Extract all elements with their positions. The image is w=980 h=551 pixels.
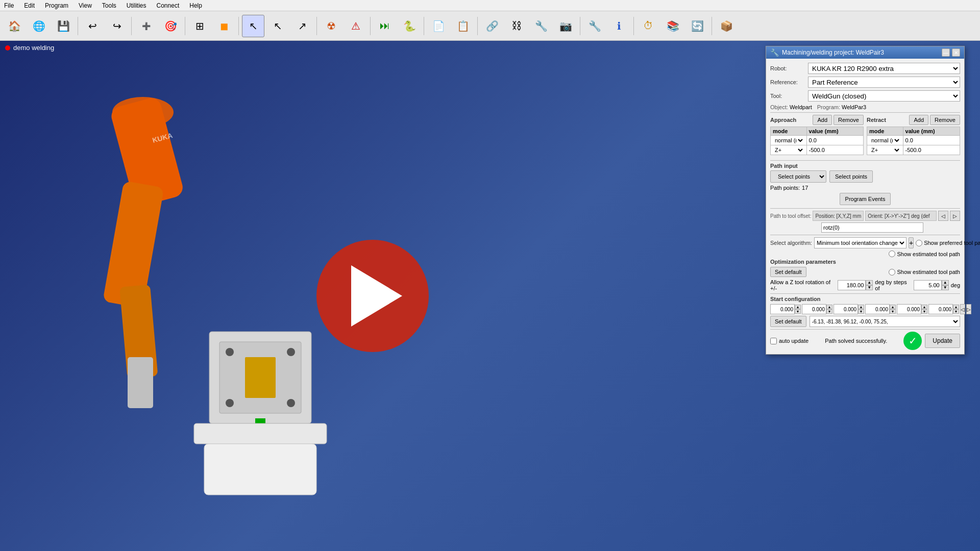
retract-mode-2[interactable]: Z+	[869, 146, 901, 154]
config-copy-1[interactable]: ◁	[960, 304, 965, 314]
presets-select[interactable]: -6.13, -81.38, 96.12, -0.00, 75.25,	[810, 316, 960, 327]
redo-button[interactable]: ↪	[106, 15, 128, 37]
select-button[interactable]: ↖	[242, 15, 264, 37]
auto-update-label[interactable]: auto update	[770, 338, 808, 344]
auto-update-checkbox[interactable]	[770, 338, 777, 344]
layers-button[interactable]: 📚	[662, 15, 684, 37]
menu-help[interactable]: Help	[187, 1, 204, 10]
config-copy-2[interactable]: ▷	[966, 304, 971, 314]
home-button[interactable]: 🏠	[3, 15, 26, 37]
config-input-2[interactable]	[802, 304, 826, 314]
retract-mode-1[interactable]: normal (n+)	[869, 137, 901, 144]
show-preferred-radio[interactable]	[916, 240, 922, 246]
show-estimated-label[interactable]: Show estimated tool path	[889, 251, 960, 257]
config-1-down[interactable]: ▼	[795, 309, 801, 314]
algorithm-select[interactable]: Minimum tool orientation change	[814, 237, 906, 248]
approach-value-2[interactable]	[809, 147, 861, 153]
steps-up[interactable]: ▲	[942, 280, 949, 285]
config-input-4[interactable]	[865, 304, 890, 314]
copy-button-1[interactable]: ◁	[938, 211, 948, 221]
config-input-6[interactable]	[928, 304, 953, 314]
config-2-down[interactable]: ▼	[826, 309, 832, 314]
link2-button[interactable]: ⛓	[505, 15, 528, 37]
show-preferred-label[interactable]: Show preferred tool path	[916, 240, 980, 246]
start-config-default-button[interactable]: Set default	[770, 316, 806, 327]
select-points-button[interactable]: Select points	[829, 170, 873, 183]
robot-select[interactable]: KUKA KR 120 R2900 extra	[808, 63, 960, 74]
menu-edit[interactable]: Edit	[22, 1, 37, 10]
approach-value-1[interactable]	[809, 137, 861, 143]
minimize-button[interactable]: —	[942, 48, 950, 57]
doc-button[interactable]: 📋	[452, 15, 474, 37]
approach-mode-2[interactable]: Z+	[773, 146, 804, 154]
package-button[interactable]: 📦	[715, 15, 738, 37]
retract-value-2[interactable]	[905, 147, 958, 153]
menu-connect[interactable]: Connect	[155, 1, 182, 10]
python-button[interactable]: 🐍	[398, 15, 421, 37]
steps-input[interactable]	[914, 280, 942, 290]
config-input-1[interactable]	[770, 304, 795, 314]
refresh-button[interactable]: 🔄	[686, 15, 708, 37]
copy-button-2[interactable]: ▷	[950, 211, 960, 221]
show-estimated-2-radio[interactable]	[889, 269, 895, 276]
tool-select[interactable]: WeldGun (closed)	[808, 90, 960, 102]
skip-button[interactable]: ⏭	[374, 15, 396, 37]
target-button[interactable]: 🎯	[159, 15, 182, 37]
config-6-up[interactable]: ▲	[953, 305, 959, 309]
close-button[interactable]: ✕	[952, 48, 960, 57]
formula-input[interactable]	[821, 222, 923, 233]
config-3-down[interactable]: ▼	[858, 309, 864, 314]
menu-tools[interactable]: Tools	[100, 1, 118, 10]
menu-view[interactable]: View	[77, 1, 94, 10]
update-button[interactable]: Update	[925, 334, 960, 348]
select-points-dropdown[interactable]: Select points	[770, 170, 826, 183]
show-estimated-2-label[interactable]: Show estimated tool path	[889, 269, 960, 276]
menu-file[interactable]: File	[2, 1, 16, 10]
opt-set-default-button[interactable]: Set default	[770, 267, 806, 277]
3d-view-button[interactable]: ◼	[213, 15, 235, 37]
save-button[interactable]: 💾	[52, 15, 75, 37]
camera-button[interactable]: 📷	[554, 15, 577, 37]
config-input-3[interactable]	[834, 304, 858, 314]
steps-down[interactable]: ▼	[942, 285, 949, 290]
globe-button[interactable]: 🌐	[28, 15, 50, 37]
add-target-button[interactable]: ➕	[135, 15, 157, 37]
config-1-up[interactable]: ▲	[795, 305, 801, 309]
config-5-down[interactable]: ▼	[921, 309, 927, 314]
show-estimated-radio[interactable]	[889, 251, 895, 257]
radiation-button[interactable]: ☢	[320, 15, 342, 37]
approach-remove-button[interactable]: Remove	[834, 115, 864, 125]
config-4-down[interactable]: ▼	[890, 309, 896, 314]
select2-button[interactable]: ↖	[266, 15, 289, 37]
z-rotation-input[interactable]	[838, 280, 866, 290]
undo-button[interactable]: ↩	[81, 15, 104, 37]
algorithm-add-button[interactable]: +	[909, 237, 914, 248]
play-button[interactable]	[316, 240, 429, 352]
link3-button[interactable]: 🔧	[530, 15, 552, 37]
menu-utilities[interactable]: Utilities	[125, 1, 149, 10]
config-3-up[interactable]: ▲	[858, 305, 864, 309]
doc-add-button[interactable]: 📄	[427, 15, 450, 37]
reference-select[interactable]: Part Reference	[808, 77, 960, 88]
config-5-up[interactable]: ▲	[921, 305, 927, 309]
move-button[interactable]: ↗	[291, 15, 313, 37]
retract-remove-button[interactable]: Remove	[930, 115, 960, 125]
approach-mode-1[interactable]: normal (n+)	[773, 137, 804, 144]
wrench-button[interactable]: 🔧	[583, 15, 606, 37]
z-rotation-up[interactable]: ▲	[866, 280, 873, 285]
config-6-down[interactable]: ▼	[953, 309, 959, 314]
retract-add-button[interactable]: Add	[909, 115, 928, 125]
config-2-up[interactable]: ▲	[826, 305, 832, 309]
timer-button[interactable]: ⏱	[637, 15, 659, 37]
program-events-button[interactable]: Program Events	[840, 193, 891, 205]
fit-button[interactable]: ⊞	[188, 15, 211, 37]
z-rotation-down[interactable]: ▼	[866, 285, 873, 290]
config-4-up[interactable]: ▲	[890, 305, 896, 309]
menu-program[interactable]: Program	[43, 1, 70, 10]
info-button[interactable]: ℹ	[608, 15, 630, 37]
retract-value-1[interactable]	[905, 137, 958, 143]
link1-button[interactable]: 🔗	[481, 15, 503, 37]
approach-add-button[interactable]: Add	[813, 115, 832, 125]
config-input-5[interactable]	[897, 304, 921, 314]
alert-button[interactable]: ⚠	[345, 15, 367, 37]
